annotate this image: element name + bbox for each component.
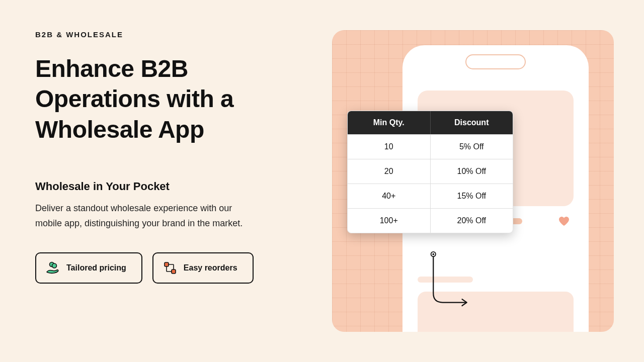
table-cell-discount: 10% Off [431,159,513,184]
table-row: 20 10% Off [348,159,513,184]
reorder-flow-icon [163,260,178,276]
table-cell-discount: 15% Off [431,184,513,208]
table-cell-qty: 10 [348,135,431,159]
svg-rect-2 [165,262,169,266]
connector-arrow-icon [428,251,478,312]
table-header-row: Min Qty. Discount [348,111,513,134]
discount-tier-table: Min Qty. Discount 10 5% Off 20 10% Off 4… [347,111,513,233]
eyebrow-label: B2B & WHOLESALE [35,30,292,39]
heart-icon [558,216,570,228]
table-row: 100+ 20% Off [348,208,513,233]
svg-point-5 [432,253,434,255]
illustration-panel: Min Qty. Discount 10 5% Off 20 10% Off 4… [332,30,614,332]
table-cell-discount: 5% Off [431,135,513,159]
feature-pill-reorders-label: Easy reorders [184,263,237,273]
table-header-qty: Min Qty. [348,111,431,134]
table-cell-qty: 40+ [348,184,431,208]
feature-pill-pricing-label: Tailored pricing [66,263,126,273]
body-copy: Deliver a standout wholesale experience … [35,201,257,231]
table-row: 10 5% Off [348,134,513,159]
table-header-discount: Discount [431,111,513,134]
table-cell-qty: 20 [348,159,431,184]
feature-pill-reorders[interactable]: Easy reorders [152,252,254,284]
svg-rect-3 [172,269,176,274]
feature-pill-pricing[interactable]: Tailored pricing [35,252,142,284]
page-headline: Enhance B2B Operations with a Wholesale … [35,54,292,145]
table-cell-discount: 20% Off [431,209,513,233]
subheadline: Wholesale in Your Pocket [35,180,292,193]
table-row: 40+ 15% Off [348,184,513,208]
phone-notch [465,54,526,69]
hand-coins-icon [45,260,60,276]
svg-point-1 [52,263,57,268]
table-cell-qty: 100+ [348,209,431,233]
